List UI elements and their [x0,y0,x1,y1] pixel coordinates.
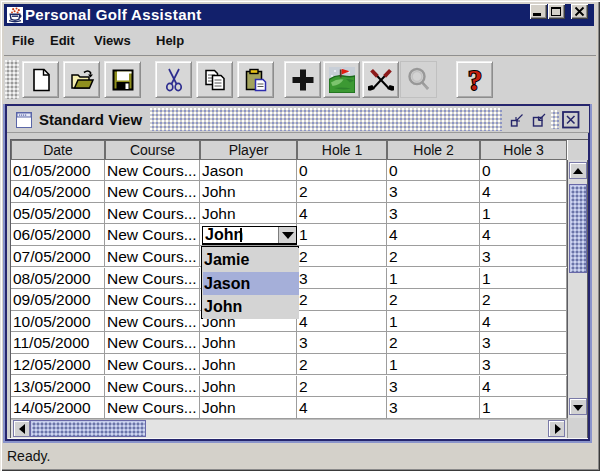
svg-text:?: ? [468,67,483,93]
